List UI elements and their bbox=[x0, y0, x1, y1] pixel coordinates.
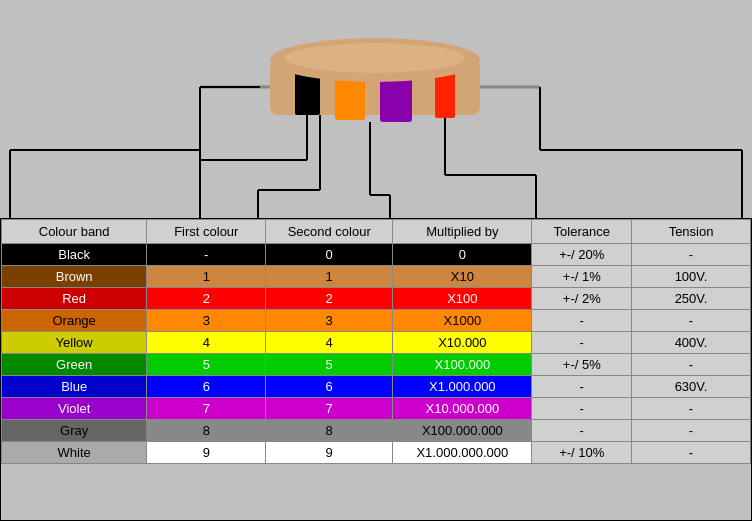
multiplied-by-value: X1.000.000.000 bbox=[393, 442, 532, 464]
tension-value: - bbox=[632, 420, 751, 442]
second-colour-value: 3 bbox=[266, 310, 393, 332]
diagram-svg bbox=[0, 0, 752, 218]
band-name: Black bbox=[2, 244, 147, 266]
second-colour-value: 4 bbox=[266, 332, 393, 354]
band-name: Yellow bbox=[2, 332, 147, 354]
band-name: White bbox=[2, 442, 147, 464]
band-name: Blue bbox=[2, 376, 147, 398]
table-header-row: Colour band First colour Second colour M… bbox=[2, 220, 751, 244]
multiplied-by-value: X10 bbox=[393, 266, 532, 288]
tolerance-value: - bbox=[532, 420, 632, 442]
first-colour-value: 6 bbox=[147, 376, 266, 398]
table-row: Red22X100+-/ 2%250V. bbox=[2, 288, 751, 310]
second-colour-value: 1 bbox=[266, 266, 393, 288]
band-name: Brown bbox=[2, 266, 147, 288]
multiplied-by-value: X1.000.000 bbox=[393, 376, 532, 398]
tolerance-value: +-/ 2% bbox=[532, 288, 632, 310]
second-colour-value: 7 bbox=[266, 398, 393, 420]
first-colour-value: 8 bbox=[147, 420, 266, 442]
table-area: Colour band First colour Second colour M… bbox=[0, 218, 752, 521]
first-colour-value: 7 bbox=[147, 398, 266, 420]
tolerance-value: - bbox=[532, 376, 632, 398]
tension-value: - bbox=[632, 442, 751, 464]
band-name: Orange bbox=[2, 310, 147, 332]
colour-code-table: Colour band First colour Second colour M… bbox=[1, 219, 751, 464]
first-colour-value: 2 bbox=[147, 288, 266, 310]
second-colour-value: 9 bbox=[266, 442, 393, 464]
table-row: Orange33X1000-- bbox=[2, 310, 751, 332]
band-name: Green bbox=[2, 354, 147, 376]
tolerance-value: - bbox=[532, 332, 632, 354]
header-second-colour: Second colour bbox=[266, 220, 393, 244]
header-first-colour: First colour bbox=[147, 220, 266, 244]
table-row: Green55X100.000+-/ 5%- bbox=[2, 354, 751, 376]
second-colour-value: 0 bbox=[266, 244, 393, 266]
first-colour-value: 3 bbox=[147, 310, 266, 332]
tolerance-value: +-/ 10% bbox=[532, 442, 632, 464]
first-colour-value: 9 bbox=[147, 442, 266, 464]
multiplied-by-value: X1000 bbox=[393, 310, 532, 332]
band-name: Red bbox=[2, 288, 147, 310]
multiplied-by-value: X10.000.000 bbox=[393, 398, 532, 420]
tolerance-value: - bbox=[532, 398, 632, 420]
main-container: Colour band First colour Second colour M… bbox=[0, 0, 752, 521]
header-multiplied-by: Multiplied by bbox=[393, 220, 532, 244]
second-colour-value: 6 bbox=[266, 376, 393, 398]
table-row: Blue66X1.000.000-630V. bbox=[2, 376, 751, 398]
header-tension: Tension bbox=[632, 220, 751, 244]
first-colour-value: 5 bbox=[147, 354, 266, 376]
tension-value: 250V. bbox=[632, 288, 751, 310]
second-colour-value: 2 bbox=[266, 288, 393, 310]
tension-value: 400V. bbox=[632, 332, 751, 354]
tolerance-value: +-/ 5% bbox=[532, 354, 632, 376]
tension-value: - bbox=[632, 354, 751, 376]
tension-value: - bbox=[632, 244, 751, 266]
table-row: Black-00+-/ 20%- bbox=[2, 244, 751, 266]
header-tolerance: Tolerance bbox=[532, 220, 632, 244]
table-row: Violet77X10.000.000-- bbox=[2, 398, 751, 420]
band-name: Gray bbox=[2, 420, 147, 442]
second-colour-value: 8 bbox=[266, 420, 393, 442]
tension-value: - bbox=[632, 310, 751, 332]
multiplied-by-value: X100.000 bbox=[393, 354, 532, 376]
diagram-area bbox=[0, 0, 752, 218]
first-colour-value: 4 bbox=[147, 332, 266, 354]
band-name: Violet bbox=[2, 398, 147, 420]
tension-value: 630V. bbox=[632, 376, 751, 398]
header-colour-band: Colour band bbox=[2, 220, 147, 244]
multiplied-by-value: 0 bbox=[393, 244, 532, 266]
svg-point-9 bbox=[285, 43, 465, 73]
tension-value: - bbox=[632, 398, 751, 420]
multiplied-by-value: X100 bbox=[393, 288, 532, 310]
first-colour-value: - bbox=[147, 244, 266, 266]
tolerance-value: +-/ 20% bbox=[532, 244, 632, 266]
table-row: Brown11X10+-/ 1%100V. bbox=[2, 266, 751, 288]
second-colour-value: 5 bbox=[266, 354, 393, 376]
table-row: Yellow44X10.000-400V. bbox=[2, 332, 751, 354]
first-colour-value: 1 bbox=[147, 266, 266, 288]
table-row: White99X1.000.000.000+-/ 10%- bbox=[2, 442, 751, 464]
tolerance-value: - bbox=[532, 310, 632, 332]
tension-value: 100V. bbox=[632, 266, 751, 288]
multiplied-by-value: X100.000.000 bbox=[393, 420, 532, 442]
tolerance-value: +-/ 1% bbox=[532, 266, 632, 288]
table-row: Gray88X100.000.000-- bbox=[2, 420, 751, 442]
multiplied-by-value: X10.000 bbox=[393, 332, 532, 354]
